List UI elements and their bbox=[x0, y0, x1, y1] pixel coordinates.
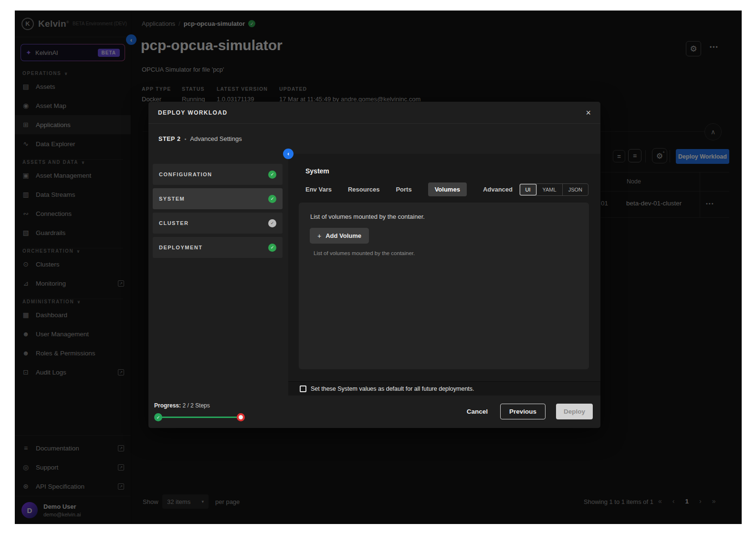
modal-title: DEPLOY WORKLOAD bbox=[158, 109, 227, 116]
app-window: K Kelvin® BETA Environment (DEV) ✦ Kelvi… bbox=[15, 11, 742, 524]
check-circle-icon: ✓ bbox=[268, 219, 276, 227]
panel-heading: System bbox=[305, 167, 329, 175]
system-panel: System Env Vars Resources Ports Volumes … bbox=[288, 154, 600, 396]
default-values-row: Set these System values as default for a… bbox=[288, 381, 600, 396]
step-label: CLUSTER bbox=[159, 220, 189, 226]
view-mode-switcher: UI YAML JSON bbox=[519, 183, 588, 196]
panel-collapse-button[interactable]: ‹ bbox=[283, 149, 294, 159]
step-label: DEPLOYMENT bbox=[159, 245, 202, 250]
step-name: Advanced Settings bbox=[190, 135, 242, 142]
modal-footer: Progress: 2 / 2 Steps ✓ Cancel Previous … bbox=[148, 396, 600, 428]
check-circle-icon: ✓ bbox=[268, 171, 276, 179]
previous-button[interactable]: Previous bbox=[500, 404, 546, 419]
step-indicator: STEP 2 • Advanced Settings bbox=[158, 135, 242, 142]
progress-start-check-icon: ✓ bbox=[154, 413, 162, 421]
progress-bar: ✓ bbox=[154, 413, 245, 422]
step-label: CONFIGURATION bbox=[159, 171, 212, 177]
step-configuration[interactable]: CONFIGURATION ✓ bbox=[153, 164, 283, 185]
default-values-checkbox[interactable] bbox=[300, 385, 306, 392]
bullet-icon: • bbox=[184, 136, 186, 142]
close-icon: × bbox=[586, 108, 591, 118]
panel-tabs: Env Vars Resources Ports Volumes Advance… bbox=[305, 182, 513, 196]
plus-icon: + bbox=[317, 232, 321, 240]
chevron-left-icon: ‹ bbox=[287, 150, 289, 157]
tab-resources[interactable]: Resources bbox=[348, 182, 379, 196]
modal-header: DEPLOY WORKLOAD × bbox=[148, 102, 600, 124]
check-circle-icon: ✓ bbox=[268, 244, 276, 252]
volumes-description: List of volumes mounted by the container… bbox=[310, 213, 425, 220]
close-button[interactable]: × bbox=[586, 108, 591, 117]
deploy-button[interactable]: Deploy bbox=[556, 404, 593, 419]
progress-track bbox=[158, 417, 241, 418]
progress-end-marker bbox=[237, 413, 245, 421]
view-mode-ui[interactable]: UI bbox=[520, 184, 536, 195]
view-mode-yaml[interactable]: YAML bbox=[536, 184, 562, 195]
check-circle-icon: ✓ bbox=[268, 195, 276, 203]
modal-actions: Cancel Previous Deploy bbox=[465, 404, 593, 419]
view-mode-json[interactable]: JSON bbox=[562, 184, 588, 195]
step-number: STEP 2 bbox=[158, 136, 180, 142]
volumes-caption: List of volumes mounted by the container… bbox=[314, 250, 415, 256]
progress-value: 2 / 2 Steps bbox=[182, 402, 210, 409]
tab-ports[interactable]: Ports bbox=[396, 182, 411, 196]
tab-volumes[interactable]: Volumes bbox=[428, 182, 467, 196]
step-cluster[interactable]: CLUSTER ✓ bbox=[153, 213, 283, 234]
tab-advanced[interactable]: Advanced bbox=[483, 182, 513, 196]
step-label: SYSTEM bbox=[159, 196, 185, 202]
progress-label: Progress: bbox=[154, 402, 181, 409]
progress-text: Progress: 2 / 2 Steps bbox=[154, 402, 210, 409]
cancel-button[interactable]: Cancel bbox=[465, 404, 490, 419]
add-volume-label: Add Volume bbox=[326, 232, 361, 239]
deploy-workload-modal: DEPLOY WORKLOAD × STEP 2 • Advanced Sett… bbox=[148, 102, 600, 428]
tab-env-vars[interactable]: Env Vars bbox=[305, 182, 332, 196]
step-system[interactable]: SYSTEM ✓ bbox=[153, 188, 283, 209]
volumes-card: List of volumes mounted by the container… bbox=[299, 203, 589, 369]
default-values-label: Set these System values as default for a… bbox=[311, 385, 474, 392]
step-deployment[interactable]: DEPLOYMENT ✓ bbox=[153, 237, 283, 258]
add-volume-button[interactable]: + Add Volume bbox=[310, 228, 369, 244]
